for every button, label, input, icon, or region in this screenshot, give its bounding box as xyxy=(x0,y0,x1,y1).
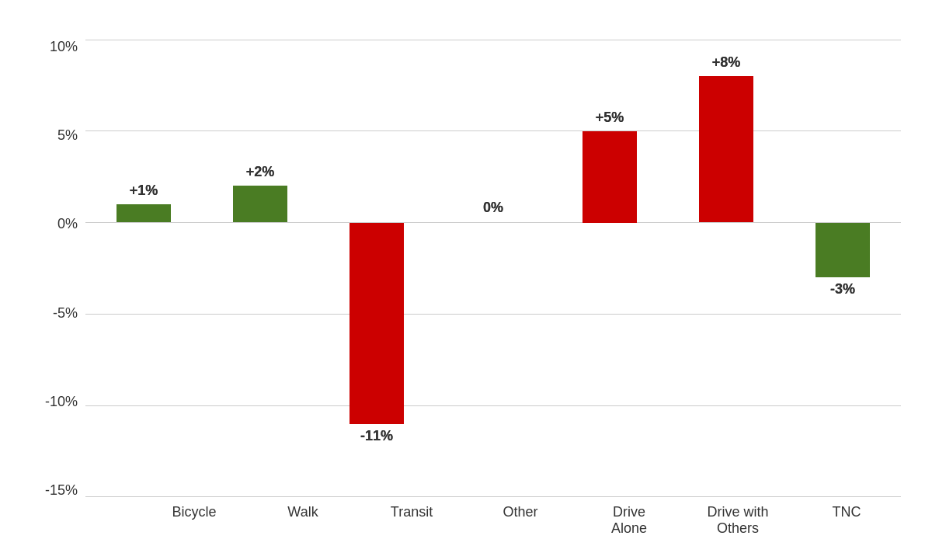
x-label-walk: Walk xyxy=(249,498,357,544)
grid-and-bars: +1%+1%+2%+2%-11%-11%0%0%+5%+5%+8%+8%-3%-… xyxy=(85,40,901,498)
bar-group-walk: +2%+2% xyxy=(202,40,318,498)
bar-bicycle xyxy=(116,204,171,223)
chart-body: +1%+1%+2%+2%-11%-11%0%0%+5%+5%+8%+8%-3%-… xyxy=(85,40,901,544)
x-axis: BicycleWalkTransitOtherDriveAloneDrive w… xyxy=(85,498,901,544)
bar-value-label-drive-with-others: +8% xyxy=(712,54,741,71)
x-labels: BicycleWalkTransitOtherDriveAloneDrive w… xyxy=(140,498,901,544)
bar-group-drive-with-others: +8%+8% xyxy=(668,40,784,498)
bar-value-label-tnc: -3% xyxy=(830,281,855,297)
bar-value-label-walk: +2% xyxy=(246,164,275,180)
bar-transit xyxy=(350,223,404,425)
y-axis-label: -5% xyxy=(53,306,78,320)
bar-value-label-transit: -11% xyxy=(360,428,393,444)
y-axis-label: -10% xyxy=(45,395,78,409)
bar-drive-alone xyxy=(582,131,637,223)
bar-value-label-other: 0% xyxy=(483,200,503,216)
y-axis-label: -15% xyxy=(45,483,78,497)
x-label-drive-with-others: Drive withOthers xyxy=(683,498,792,544)
bars-container: +1%+1%+2%+2%-11%-11%0%0%+5%+5%+8%+8%-3%-… xyxy=(85,40,901,498)
y-axis-label: 10% xyxy=(50,40,78,54)
y-axis: 10%5%0%-5%-10%-15% xyxy=(31,40,85,544)
chart-container: 10%5%0%-5%-10%-15% +1%+1%+2%+2%-11%-11%0… xyxy=(8,9,924,552)
bar-group-bicycle: +1%+1% xyxy=(85,40,202,498)
bar-group-other: 0%0% xyxy=(435,40,551,498)
bar-value-label-drive-alone: +5% xyxy=(596,110,624,126)
x-label-other: Other xyxy=(466,498,575,544)
bar-walk xyxy=(233,186,287,222)
bar-tnc xyxy=(816,223,870,278)
x-label-transit: Transit xyxy=(357,498,466,544)
bar-value-label-bicycle: +1% xyxy=(130,183,158,199)
chart-area: 10%5%0%-5%-10%-15% +1%+1%+2%+2%-11%-11%0… xyxy=(31,40,901,544)
bar-group-drive-alone: +5%+5% xyxy=(551,40,668,498)
x-label-tnc: TNC xyxy=(792,498,901,544)
bar-group-transit: -11%-11% xyxy=(318,40,435,498)
y-axis-label: 0% xyxy=(57,217,78,231)
x-label-drive-alone: DriveAlone xyxy=(575,498,683,544)
bar-drive-with-others xyxy=(699,76,753,223)
bar-group-tnc: -3%-3% xyxy=(784,40,901,498)
y-axis-label: 5% xyxy=(57,128,78,142)
x-label-bicycle: Bicycle xyxy=(140,498,249,544)
